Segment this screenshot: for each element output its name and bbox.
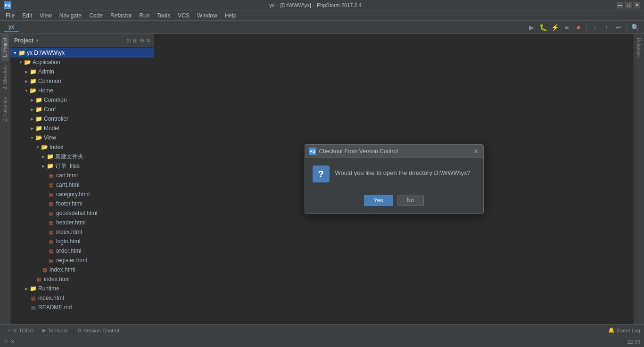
- dialog-title-bar: PS Checkout From Version Control ✕: [305, 145, 483, 158]
- tree-item-model[interactable]: ▶ 📁 Model: [10, 124, 154, 133]
- folder-icon-application: 📂: [24, 58, 31, 66]
- right-tab-database[interactable]: Database: [635, 34, 643, 62]
- menu-refactor[interactable]: Refactor: [107, 11, 135, 20]
- menu-edit[interactable]: Edit: [18, 11, 36, 20]
- tree-arrow-conf: ▶: [29, 107, 35, 112]
- dialog-close-button[interactable]: ✕: [473, 148, 479, 155]
- menu-code[interactable]: Code: [85, 11, 107, 20]
- folder-icon-model: 📁: [35, 124, 42, 132]
- menu-file[interactable]: File: [2, 11, 18, 20]
- tree-label-common-app: Common: [38, 78, 61, 84]
- tree-label-application: Application: [33, 59, 60, 66]
- locate-icon[interactable]: ⊙: [126, 37, 131, 44]
- tree-arrow-controller: ▶: [29, 117, 35, 121]
- dialog-yes-button[interactable]: Yes: [364, 195, 393, 206]
- tree-item-footer-html[interactable]: ▤ footer.html: [10, 199, 154, 208]
- tree-label-readme-md: README.md: [38, 304, 72, 311]
- tree-item-view[interactable]: ▼ 📂 View: [10, 133, 154, 142]
- tree-item-order-html[interactable]: ▤ order.html: [10, 246, 154, 256]
- project-dropdown[interactable]: Project ▼: [14, 37, 40, 44]
- tree-item-runtime[interactable]: ▶ 📁 Runtime: [10, 284, 154, 293]
- dropdown-arrow-icon[interactable]: ▼: [35, 38, 40, 43]
- sidebar-tab-structure[interactable]: 2: Structure: [1, 61, 9, 93]
- toolbar-separator2: [627, 23, 627, 32]
- maximize-button[interactable]: □: [625, 2, 632, 8]
- tree-item-category-html[interactable]: ▤ category.html: [10, 190, 154, 199]
- vcs-update-icon[interactable]: ↓: [590, 22, 600, 33]
- title-bar: PS yx – [D:\WWW\yx] – PhpStorm 2017.2.4 …: [0, 0, 644, 10]
- vcs-commit-icon[interactable]: ↑: [602, 22, 612, 33]
- tree-arrow-root: ▼: [12, 51, 18, 55]
- tree-arrow-admin: ▶: [24, 70, 29, 74]
- settings-icon[interactable]: ⚙: [140, 37, 145, 44]
- dialog-overlay: PS Checkout From Version Control ✕ ? Wou…: [154, 34, 634, 324]
- tree-item-admin[interactable]: ▶ 📁 Admin: [10, 67, 154, 76]
- tree-item-controller[interactable]: ▶ 📁 Controller: [10, 114, 154, 124]
- tree-arrow-index-folder: ▼: [35, 145, 41, 149]
- file-tree[interactable]: ▼ 📁 yx D:\WWW\yx ▼ 📂 Application ▶ 📁 Adm…: [10, 47, 154, 324]
- menu-run[interactable]: Run: [135, 11, 153, 20]
- tree-item-common-app[interactable]: ▶ 📁 Common: [10, 76, 154, 86]
- bottom-tab-vcs[interactable]: 9: Version Control: [72, 327, 123, 334]
- window-controls[interactable]: — □ ✕: [617, 2, 640, 8]
- tree-label-home: Home: [38, 87, 53, 94]
- stop-icon[interactable]: ■: [573, 22, 584, 33]
- bottom-tab-todo[interactable]: ✓ 6: TODO: [4, 327, 38, 334]
- terminal-label: Terminal: [48, 328, 68, 333]
- tree-label-footer-html: footer.html: [56, 200, 83, 207]
- project-panel: Project ▼ ⊙ ⊞ ⚙ ≡ ▼ 📁 yx D:\WWW\yx ▼: [10, 34, 154, 324]
- search-icon[interactable]: 🔍: [630, 22, 640, 33]
- tree-item-application[interactable]: ▼ 📂 Application: [10, 58, 154, 67]
- sidebar-tab-project[interactable]: 1: Project: [1, 34, 9, 61]
- tree-item-index-html-root[interactable]: ▤ index.html: [10, 293, 154, 303]
- tree-item-login-html[interactable]: ▤ login.html: [10, 237, 154, 246]
- menu-view[interactable]: View: [36, 11, 56, 20]
- tree-item-header-html[interactable]: ▤ header.html: [10, 218, 154, 227]
- dialog-message: Would you like to open the directory D:\…: [335, 165, 471, 178]
- tree-item-home[interactable]: ▼ 📂 Home: [10, 86, 154, 95]
- bottom-tab-terminal[interactable]: ▶ Terminal: [39, 327, 72, 334]
- tree-item-root[interactable]: ▼ 📁 yx D:\WWW\yx: [10, 48, 154, 58]
- menu-tools[interactable]: Tools: [153, 11, 174, 20]
- tree-label-cart-html: cart.html: [56, 172, 78, 179]
- expand-all-icon[interactable]: ⊞: [133, 37, 138, 44]
- tree-item-goodsdetail-html[interactable]: ▤ goodsdetail.html: [10, 208, 154, 218]
- tree-item-cartt-html[interactable]: ▤ cartt.html: [10, 180, 154, 190]
- dialog: PS Checkout From Version Control ✕ ? Wou…: [305, 144, 484, 214]
- gear-icon[interactable]: ≡: [147, 37, 150, 44]
- tree-item-readme-md[interactable]: ▤ README.md: [10, 303, 154, 312]
- tree-item-cart-html[interactable]: ▤ cart.html: [10, 171, 154, 180]
- menu-vcs[interactable]: VCS: [174, 11, 193, 20]
- undo-icon[interactable]: ↩: [613, 22, 624, 33]
- tree-item-common[interactable]: ▶ 📁 Common: [10, 95, 154, 105]
- minimize-button[interactable]: —: [617, 2, 623, 8]
- tree-item-index-html-home[interactable]: ▤ index.html: [10, 265, 154, 274]
- tree-item-index-html-app[interactable]: ▤ index.html: [10, 274, 154, 284]
- menu-navigate[interactable]: Navigate: [56, 11, 85, 20]
- menu-window[interactable]: Window: [193, 11, 221, 20]
- file-icon-goodsdetail-html: ▤: [47, 209, 55, 217]
- menu-help[interactable]: Help: [221, 11, 240, 20]
- sidebar-tab-favorites[interactable]: 2: Favorites: [1, 93, 9, 125]
- tree-item-register-html[interactable]: ▤ register.html: [10, 256, 154, 265]
- tree-item-order-files[interactable]: ▶ 📁 订单_files: [10, 161, 154, 171]
- coverage-icon[interactable]: ⚡: [550, 22, 560, 33]
- dialog-no-button[interactable]: No: [397, 195, 424, 206]
- run-icon[interactable]: ▶: [526, 22, 537, 33]
- tree-arrow-home: ▼: [24, 89, 29, 93]
- dialog-buttons: Yes No: [305, 190, 483, 214]
- profile-icon[interactable]: ≡: [561, 22, 572, 33]
- tree-item-new-folder[interactable]: ▶ 📁 新建文件夹: [10, 152, 154, 161]
- tree-label-order-html: order.html: [56, 248, 81, 254]
- debug-icon[interactable]: 🐛: [538, 22, 548, 33]
- tree-item-conf[interactable]: ▶ 📁 Conf: [10, 105, 154, 114]
- status-icons[interactable]: ⚠ ✕: [4, 339, 15, 345]
- tree-item-index-html-view[interactable]: ▤ index.html: [10, 227, 154, 237]
- tree-label-header-html: header.html: [56, 219, 86, 226]
- event-log-item[interactable]: 🔔 Event Log: [608, 327, 640, 333]
- top-toolbar: yx ▶ 🐛 ⚡ ≡ ■ ↓ ↑ ↩ 🔍: [0, 21, 644, 34]
- tree-item-index-folder[interactable]: ▼ 📂 Index: [10, 142, 154, 152]
- close-button[interactable]: ✕: [634, 2, 640, 8]
- file-icon-index-html-root: ▤: [29, 294, 37, 302]
- dialog-title: Checkout From Version Control: [319, 148, 473, 155]
